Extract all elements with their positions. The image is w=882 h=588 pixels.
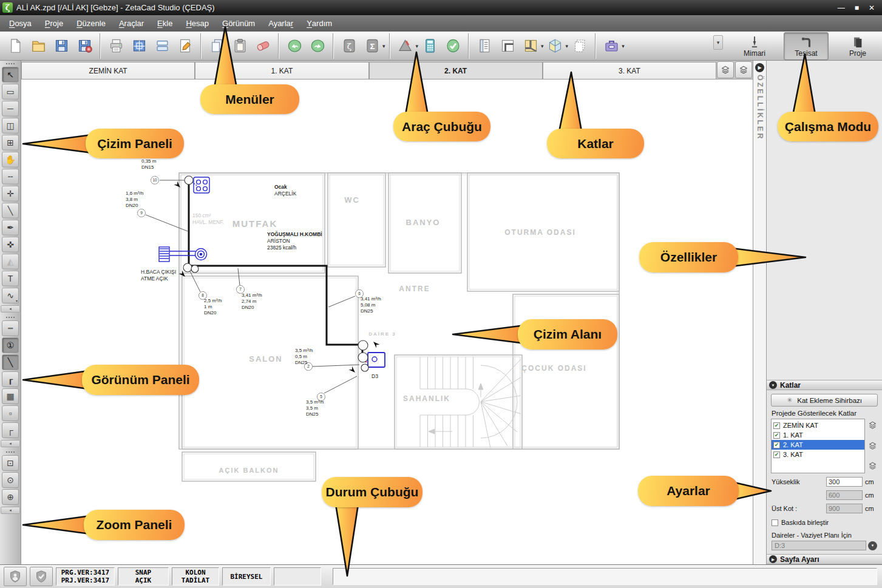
eraser-button[interactable]	[251, 34, 274, 58]
save-as-button[interactable]	[73, 34, 96, 58]
tab-2kat[interactable]: 2. KAT	[369, 62, 543, 79]
panel-collapse-button[interactable]: ◂	[1, 440, 20, 447]
shield-check-button[interactable]	[30, 567, 53, 586]
toolbox-button[interactable]	[600, 34, 623, 58]
zoom-in-tool-button[interactable]: ⊕	[2, 489, 19, 505]
spline-tool-button[interactable]: ∿▾	[2, 288, 19, 303]
floor-row-3[interactable]: ✔2. KAT	[772, 440, 864, 450]
kat-ekleme-sihirbazi-button[interactable]: ✳ Kat Ekleme Sihirbazı	[771, 394, 878, 407]
katlar-section-header[interactable]: ▼ Katlar	[767, 380, 882, 390]
corner-ruler-tool-button[interactable]: ┌	[2, 422, 19, 438]
rectangle-tool-button[interactable]: ▭	[2, 84, 19, 100]
mode-proje[interactable]: Proje	[836, 33, 880, 59]
daire-dropdown-button[interactable]: ▼	[868, 541, 877, 550]
panel-drag-handle[interactable]	[0, 314, 21, 320]
menu-item-ayarlar[interactable]: Ayarlar	[262, 15, 300, 32]
pages-button[interactable]	[568, 34, 591, 58]
selection-area-tool-button[interactable]: ▫	[2, 405, 19, 421]
floor-checkbox[interactable]: ✔	[773, 451, 780, 458]
floor-order-button-3[interactable]	[867, 461, 878, 472]
tab-1kat[interactable]: 1. KAT	[195, 62, 368, 79]
save-button[interactable]	[50, 34, 73, 58]
floor-order-button-1[interactable]	[867, 420, 878, 431]
daire-select[interactable]: D:3	[772, 541, 866, 550]
floor-row-2[interactable]: ✔1. KAT	[772, 430, 864, 440]
close-button[interactable]: ✕	[869, 4, 875, 12]
move-tool-button[interactable]: ✜	[2, 237, 19, 252]
dashed-line-tool-button[interactable]: ╌	[2, 169, 19, 184]
menu-item-grnm[interactable]: Görünüm	[215, 15, 262, 32]
layer-visibility-button-1[interactable]	[717, 61, 734, 78]
pipe-tool-button[interactable]	[519, 34, 542, 58]
panel-collapse-button[interactable]: ◂	[1, 305, 20, 313]
zeta-button[interactable]: ζ	[338, 34, 361, 58]
properties-expand-button[interactable]: ▶	[755, 63, 764, 72]
ruler-tool-button[interactable]: ┉	[2, 320, 19, 336]
yukseklik-input[interactable]: 300	[826, 477, 863, 487]
sigma-button[interactable]: Σ	[361, 34, 384, 58]
redo-button[interactable]	[306, 34, 329, 58]
calculator-button[interactable]	[418, 34, 441, 58]
alt-kot-unit: cm	[865, 492, 877, 499]
tab-3kat[interactable]: 3. KAT	[543, 62, 716, 79]
open-folder-button[interactable]	[27, 34, 50, 58]
drawing-frame-button[interactable]	[127, 34, 151, 58]
edit-document-button[interactable]	[174, 34, 197, 58]
menu-item-dzenle[interactable]: Düzenle	[70, 15, 112, 32]
line-tool-button[interactable]: ─	[2, 101, 19, 117]
pan-hand-tool-button[interactable]: ✋	[2, 152, 19, 167]
toolbox-dropdown[interactable]: ▾	[622, 43, 625, 49]
text-tool-button[interactable]: T	[2, 271, 19, 286]
dimension-tool-button[interactable]: ①	[2, 337, 19, 353]
corner-dimension-tool-button[interactable]: ┎	[2, 371, 19, 387]
floor-order-button-2[interactable]	[867, 441, 878, 452]
wall-corner-button[interactable]	[496, 34, 519, 58]
minimize-button[interactable]: —	[838, 4, 845, 12]
menu-item-proje[interactable]: Proje	[38, 15, 70, 32]
hatch-tool-button[interactable]: ▦	[2, 388, 19, 404]
menu-item-yardm[interactable]: Yardım	[300, 15, 339, 32]
floor-checkbox[interactable]: ✔	[773, 442, 780, 448]
node-line-tool-button[interactable]: ╲	[2, 203, 19, 218]
menu-item-hesap[interactable]: Hesap	[179, 15, 215, 32]
mode-tesisat[interactable]: Tesisat	[784, 32, 829, 60]
baskida-birlestir-checkbox[interactable]	[772, 519, 778, 526]
floor-row-1[interactable]: ✔ZEMİN KAT	[772, 421, 864, 430]
approve-check-button[interactable]	[441, 34, 464, 58]
shield-person-button[interactable]	[4, 567, 27, 586]
menu-item-ekle[interactable]: Ekle	[151, 15, 179, 32]
zoom-window-tool-button[interactable]: ⊡	[2, 455, 19, 471]
print-button[interactable]	[104, 34, 127, 58]
zoom-tool-button[interactable]: ⊙	[2, 472, 19, 488]
grid-window-tool-button[interactable]: ⊞	[2, 135, 19, 150]
mode-mimari[interactable]: Mimari	[733, 33, 776, 59]
paste-button[interactable]	[228, 34, 251, 58]
pipe-tool-dropdown[interactable]: ▾	[541, 43, 544, 49]
leader-tool-button[interactable]: ╲	[2, 354, 19, 370]
panel-drag-handle[interactable]	[0, 61, 21, 66]
undo-button[interactable]	[283, 34, 306, 58]
panel-collapse-button[interactable]: ◂	[1, 507, 20, 514]
floor-checkbox[interactable]: ✔	[773, 422, 780, 429]
window-tool-button[interactable]: ◫	[2, 118, 19, 133]
new-document-button[interactable]	[4, 34, 27, 58]
isometric-view-button[interactable]	[394, 34, 417, 58]
floor-row-4[interactable]: ✔3. KAT	[772, 450, 864, 459]
paper-layout-button[interactable]	[151, 34, 174, 58]
layer-visibility-button-2[interactable]	[735, 61, 752, 78]
panel-drag-handle[interactable]	[0, 449, 21, 455]
menu-item-dosya[interactable]: Dosya	[2, 15, 38, 32]
sigma-dropdown[interactable]: ▾	[382, 43, 385, 49]
cube-3d-button[interactable]	[544, 34, 567, 58]
select-tool-button[interactable]: ↖	[2, 67, 19, 83]
toolbar-overflow-button[interactable]: ▾	[713, 35, 723, 50]
maximize-button[interactable]: ■	[855, 4, 859, 12]
report-button[interactable]	[473, 34, 496, 58]
floor-checkbox[interactable]: ✔	[773, 432, 780, 439]
sayfa-ayari-section-header[interactable]: ▶ Sayfa Ayarı	[767, 554, 882, 564]
pen-tool-button[interactable]: ✒	[2, 220, 19, 235]
tab-zeminkat[interactable]: ZEMİN KAT	[21, 62, 195, 79]
copy-button[interactable]	[205, 34, 228, 58]
menu-item-aralar[interactable]: Araçlar	[112, 15, 151, 32]
reference-point-tool-button[interactable]: ✛	[2, 186, 19, 201]
